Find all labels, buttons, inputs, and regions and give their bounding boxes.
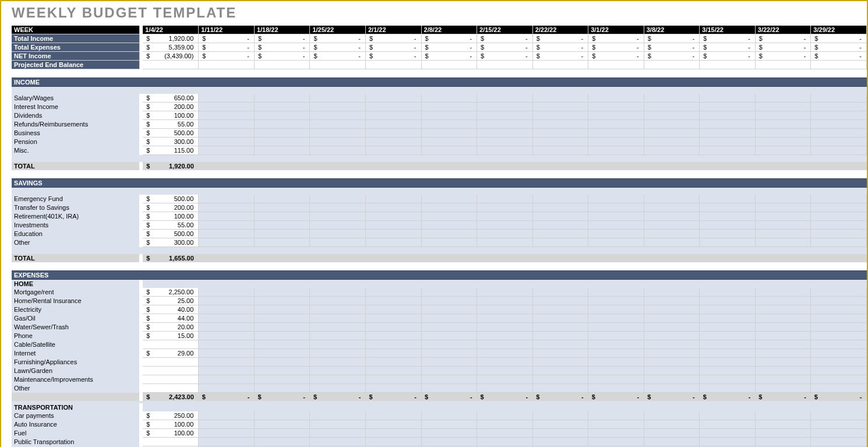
value-cell[interactable] — [421, 203, 477, 212]
value-cell[interactable] — [199, 238, 255, 247]
value-cell[interactable] — [644, 340, 700, 349]
value-cell[interactable] — [755, 420, 811, 429]
value-cell[interactable] — [199, 212, 255, 221]
value-cell[interactable] — [588, 323, 644, 332]
value-cell[interactable] — [365, 349, 421, 358]
value-cell[interactable]: $100.00 — [143, 212, 199, 221]
value-cell[interactable] — [755, 314, 811, 323]
value-cell[interactable] — [755, 230, 811, 238]
value-cell[interactable]: $500.00 — [143, 195, 199, 203]
value-cell[interactable] — [644, 367, 700, 375]
value-cell[interactable] — [310, 340, 366, 349]
value-cell[interactable]: $- — [588, 393, 644, 402]
value-cell[interactable]: $1,655.00 — [143, 254, 199, 262]
value-cell[interactable]: $- — [477, 393, 533, 402]
value-cell[interactable] — [199, 297, 255, 305]
value-cell[interactable] — [755, 323, 811, 332]
value-cell[interactable] — [644, 384, 700, 393]
value-cell[interactable] — [477, 411, 533, 420]
value-cell[interactable]: $500.00 — [143, 230, 199, 238]
value-cell[interactable] — [310, 195, 366, 203]
value-cell[interactable] — [254, 314, 310, 323]
value-cell[interactable] — [588, 138, 644, 146]
value-cell[interactable] — [700, 129, 756, 138]
value-cell[interactable] — [310, 438, 366, 446]
value-cell[interactable]: $- — [254, 43, 310, 52]
value-cell[interactable] — [421, 340, 477, 349]
value-cell[interactable] — [477, 314, 533, 323]
value-cell[interactable] — [588, 162, 644, 170]
value-cell[interactable] — [199, 103, 255, 111]
value-cell[interactable] — [199, 146, 255, 155]
value-cell[interactable] — [811, 323, 867, 332]
value-cell[interactable] — [532, 129, 588, 138]
value-cell[interactable] — [477, 288, 533, 297]
value-cell[interactable] — [811, 340, 867, 349]
value-cell[interactable]: $29.00 — [143, 349, 199, 358]
value-cell[interactable] — [755, 384, 811, 393]
value-cell[interactable] — [755, 111, 811, 120]
value-cell[interactable] — [310, 138, 366, 146]
value-cell[interactable] — [310, 162, 366, 170]
value-cell[interactable]: $- — [477, 34, 533, 43]
value-cell[interactable] — [421, 120, 477, 129]
value-cell[interactable] — [755, 238, 811, 247]
value-cell[interactable] — [588, 238, 644, 247]
value-cell[interactable] — [365, 61, 421, 69]
value-cell[interactable] — [532, 203, 588, 212]
value-cell[interactable] — [477, 429, 533, 438]
value-cell[interactable] — [254, 420, 310, 429]
value-cell[interactable] — [310, 111, 366, 120]
value-cell[interactable]: $- — [199, 43, 255, 52]
value-cell[interactable]: $- — [811, 43, 867, 52]
value-cell[interactable] — [700, 420, 756, 429]
value-cell[interactable] — [199, 358, 255, 367]
value-cell[interactable]: $2,250.00 — [143, 288, 199, 297]
value-cell[interactable] — [477, 162, 533, 170]
value-cell[interactable] — [700, 203, 756, 212]
value-cell[interactable] — [365, 288, 421, 297]
value-cell[interactable] — [644, 297, 700, 305]
value-cell[interactable] — [532, 254, 588, 262]
value-cell[interactable] — [421, 221, 477, 230]
value-cell[interactable] — [477, 203, 533, 212]
value-cell[interactable] — [755, 305, 811, 314]
value-cell[interactable] — [421, 429, 477, 438]
value-cell[interactable] — [199, 375, 255, 384]
value-cell[interactable] — [254, 138, 310, 146]
value-cell[interactable] — [365, 305, 421, 314]
value-cell[interactable] — [421, 411, 477, 420]
value-cell[interactable]: $300.00 — [143, 138, 199, 146]
value-cell[interactable] — [755, 212, 811, 221]
value-cell[interactable]: $1,920.00 — [143, 162, 199, 170]
value-cell[interactable] — [199, 230, 255, 238]
value-cell[interactable] — [365, 203, 421, 212]
value-cell[interactable]: $- — [421, 43, 477, 52]
value-cell[interactable]: $250.00 — [143, 411, 199, 420]
value-cell[interactable] — [644, 420, 700, 429]
value-cell[interactable] — [532, 411, 588, 420]
value-cell[interactable] — [755, 254, 811, 262]
value-cell[interactable] — [700, 288, 756, 297]
value-cell[interactable] — [811, 297, 867, 305]
value-cell[interactable] — [811, 146, 867, 155]
value-cell[interactable] — [811, 162, 867, 170]
value-cell[interactable] — [365, 375, 421, 384]
value-cell[interactable] — [254, 129, 310, 138]
value-cell[interactable]: $- — [644, 43, 700, 52]
value-cell[interactable] — [588, 103, 644, 111]
value-cell[interactable] — [532, 332, 588, 340]
value-cell[interactable] — [588, 349, 644, 358]
value-cell[interactable]: $- — [365, 43, 421, 52]
value-cell[interactable] — [588, 203, 644, 212]
value-cell[interactable] — [755, 195, 811, 203]
value-cell[interactable] — [532, 375, 588, 384]
value-cell[interactable] — [644, 323, 700, 332]
value-cell[interactable]: $- — [365, 52, 421, 61]
value-cell[interactable] — [365, 146, 421, 155]
value-cell[interactable] — [532, 111, 588, 120]
value-cell[interactable] — [700, 254, 756, 262]
value-cell[interactable] — [421, 195, 477, 203]
value-cell[interactable] — [532, 103, 588, 111]
value-cell[interactable] — [365, 314, 421, 323]
